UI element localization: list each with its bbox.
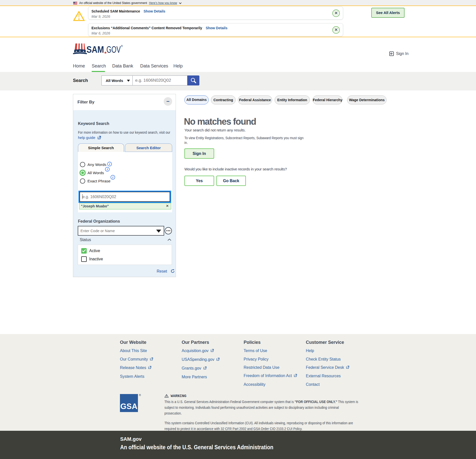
svg-text:i: i — [109, 162, 110, 166]
svg-text:GOV: GOV — [106, 44, 121, 55]
svg-text:SAM: SAM — [86, 44, 104, 55]
svg-text:i: i — [112, 175, 113, 179]
svg-text:®: ® — [121, 45, 123, 47]
svg-text:i: i — [107, 167, 108, 171]
